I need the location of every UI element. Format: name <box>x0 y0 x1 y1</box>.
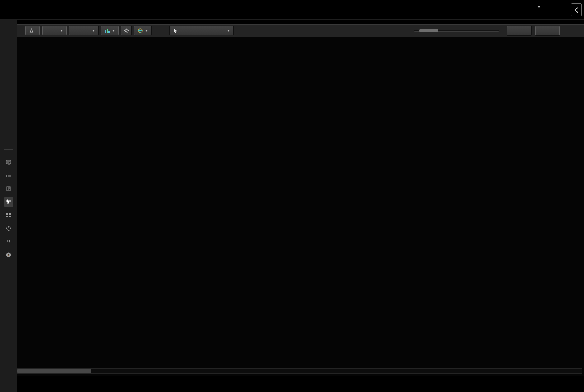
chart-style-icon <box>105 28 110 33</box>
chevron-left-icon <box>574 6 579 14</box>
chevron-down-icon <box>112 30 115 32</box>
header-bar <box>0 0 584 20</box>
last-size-column <box>66 0 118 19</box>
clock-icon[interactable] <box>4 224 13 233</box>
toolbar-right-group <box>410 26 560 35</box>
patterns-dropdown[interactable] <box>134 26 151 35</box>
patterns-globe-icon <box>137 28 143 33</box>
chevron-down-icon <box>145 30 148 32</box>
gear-icon <box>124 28 129 33</box>
community-icon[interactable] <box>4 237 13 246</box>
divider <box>4 149 13 150</box>
chg-column <box>118 0 166 19</box>
indicators-icon <box>29 28 34 33</box>
bid-column <box>166 0 211 19</box>
price-axis <box>559 37 584 376</box>
list-icon[interactable] <box>4 171 13 180</box>
range-dropdown[interactable] <box>69 26 98 35</box>
volume-column <box>286 0 312 19</box>
chart-style-dropdown[interactable] <box>101 26 119 35</box>
iv-rank-column <box>46 0 66 19</box>
chevron-down-icon <box>537 6 540 8</box>
chevron-down-icon <box>92 30 95 32</box>
accounts-dropdown[interactable] <box>535 6 540 8</box>
chart-icon[interactable] <box>4 197 13 207</box>
divider <box>4 70 13 70</box>
instrument-description <box>312 16 319 19</box>
cursor-icon <box>173 28 178 33</box>
aggregation-dropdown[interactable] <box>42 26 67 35</box>
help-icon[interactable]: ? <box>4 250 13 260</box>
left-sidebar: ? <box>0 20 17 392</box>
chart-toolbar <box>17 24 584 37</box>
ask-column <box>211 0 252 19</box>
trading-platform-window: { "header": { "symbol": "/6B", "symbol_s… <box>0 0 584 392</box>
sidebar-icon-rail: ? <box>0 158 17 260</box>
svg-text:?: ? <box>8 253 10 257</box>
monitor-icon[interactable] <box>4 158 13 167</box>
grid-icon[interactable] <box>4 210 13 220</box>
chart-canvas[interactable] <box>17 37 559 376</box>
collapse-panel-button[interactable] <box>571 3 582 16</box>
zoom-slider[interactable] <box>414 30 499 32</box>
chart-settings-button[interactable] <box>121 26 131 35</box>
scrollbar-handle[interactable] <box>17 369 91 373</box>
drawing-tool-dropdown[interactable] <box>170 26 233 35</box>
divider <box>4 106 13 106</box>
chevron-down-icon <box>227 30 230 32</box>
load-button[interactable] <box>535 26 560 35</box>
chevron-down-icon <box>60 30 63 32</box>
horizontal-scrollbar[interactable] <box>17 368 582 374</box>
save-button[interactable] <box>507 26 531 35</box>
zoom-slider-handle[interactable] <box>419 29 438 32</box>
orders-icon[interactable] <box>4 184 13 193</box>
size-column <box>252 0 286 19</box>
indicators-button[interactable] <box>25 26 40 35</box>
symbol-block <box>0 0 46 19</box>
